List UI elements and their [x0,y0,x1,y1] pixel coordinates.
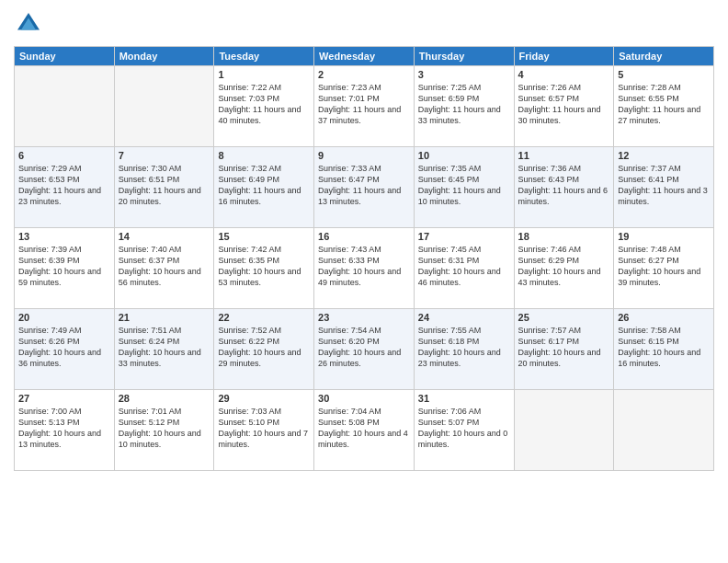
day-number: 3 [418,69,510,80]
weekday-header-monday: Monday [114,47,214,66]
calendar-cell: 31Sunrise: 7:06 AM Sunset: 5:07 PM Dayli… [414,390,514,471]
day-number: 4 [518,69,610,80]
day-number: 21 [119,312,210,323]
day-info: Sunrise: 7:28 AM Sunset: 6:55 PM Dayligh… [618,82,710,127]
header [14,9,714,39]
day-info: Sunrise: 7:58 AM Sunset: 6:15 PM Dayligh… [618,325,710,370]
week-row-3: 13Sunrise: 7:39 AM Sunset: 6:39 PM Dayli… [15,228,714,309]
day-info: Sunrise: 7:46 AM Sunset: 6:29 PM Dayligh… [518,244,610,289]
calendar-cell: 4Sunrise: 7:26 AM Sunset: 6:57 PM Daylig… [514,66,614,147]
calendar-cell: 28Sunrise: 7:01 AM Sunset: 5:12 PM Dayli… [114,390,214,471]
calendar-cell [614,390,714,471]
calendar-cell: 3Sunrise: 7:25 AM Sunset: 6:59 PM Daylig… [414,66,514,147]
weekday-header-friday: Friday [514,47,614,66]
calendar-cell: 2Sunrise: 7:23 AM Sunset: 7:01 PM Daylig… [314,66,415,147]
day-number: 17 [418,231,510,242]
calendar-cell: 1Sunrise: 7:22 AM Sunset: 7:03 PM Daylig… [214,66,314,147]
day-number: 10 [418,150,510,161]
day-number: 29 [218,393,310,404]
calendar-cell: 21Sunrise: 7:51 AM Sunset: 6:24 PM Dayli… [114,309,214,390]
weekday-header-thursday: Thursday [414,47,514,66]
day-info: Sunrise: 7:06 AM Sunset: 5:07 PM Dayligh… [418,406,510,451]
day-number: 13 [18,231,110,242]
day-number: 5 [618,69,710,80]
calendar-cell: 27Sunrise: 7:00 AM Sunset: 5:13 PM Dayli… [15,390,115,471]
calendar-cell: 15Sunrise: 7:42 AM Sunset: 6:35 PM Dayli… [214,228,314,309]
calendar: SundayMondayTuesdayWednesdayThursdayFrid… [14,46,714,471]
day-number: 9 [318,150,410,161]
weekday-header-wednesday: Wednesday [314,47,415,66]
calendar-cell: 14Sunrise: 7:40 AM Sunset: 6:37 PM Dayli… [114,228,214,309]
day-info: Sunrise: 7:57 AM Sunset: 6:17 PM Dayligh… [518,325,610,370]
day-number: 11 [518,150,610,161]
day-number: 16 [318,231,410,242]
calendar-cell: 25Sunrise: 7:57 AM Sunset: 6:17 PM Dayli… [514,309,614,390]
day-info: Sunrise: 7:03 AM Sunset: 5:10 PM Dayligh… [218,406,310,451]
calendar-cell [514,390,614,471]
calendar-cell: 20Sunrise: 7:49 AM Sunset: 6:26 PM Dayli… [15,309,115,390]
calendar-cell: 12Sunrise: 7:37 AM Sunset: 6:41 PM Dayli… [614,147,714,228]
day-number: 26 [618,312,710,323]
logo [14,9,47,39]
day-number: 25 [518,312,610,323]
calendar-cell: 17Sunrise: 7:45 AM Sunset: 6:31 PM Dayli… [414,228,514,309]
calendar-cell: 5Sunrise: 7:28 AM Sunset: 6:55 PM Daylig… [614,66,714,147]
calendar-cell: 29Sunrise: 7:03 AM Sunset: 5:10 PM Dayli… [214,390,314,471]
calendar-cell: 9Sunrise: 7:33 AM Sunset: 6:47 PM Daylig… [314,147,415,228]
day-number: 2 [318,69,410,80]
week-row-5: 27Sunrise: 7:00 AM Sunset: 5:13 PM Dayli… [15,390,714,471]
day-info: Sunrise: 7:48 AM Sunset: 6:27 PM Dayligh… [618,244,710,289]
calendar-cell: 18Sunrise: 7:46 AM Sunset: 6:29 PM Dayli… [514,228,614,309]
day-number: 12 [618,150,710,161]
day-info: Sunrise: 7:42 AM Sunset: 6:35 PM Dayligh… [218,244,310,289]
day-info: Sunrise: 7:01 AM Sunset: 5:12 PM Dayligh… [119,406,210,451]
day-info: Sunrise: 7:22 AM Sunset: 7:03 PM Dayligh… [218,82,310,127]
day-info: Sunrise: 7:52 AM Sunset: 6:22 PM Dayligh… [218,325,310,370]
day-number: 1 [218,69,310,80]
day-number: 6 [18,150,110,161]
day-number: 15 [218,231,310,242]
day-number: 7 [119,150,210,161]
day-number: 19 [618,231,710,242]
day-info: Sunrise: 7:32 AM Sunset: 6:49 PM Dayligh… [218,163,310,208]
week-row-2: 6Sunrise: 7:29 AM Sunset: 6:53 PM Daylig… [15,147,714,228]
day-info: Sunrise: 7:33 AM Sunset: 6:47 PM Dayligh… [318,163,410,208]
day-info: Sunrise: 7:40 AM Sunset: 6:37 PM Dayligh… [119,244,210,289]
day-info: Sunrise: 7:43 AM Sunset: 6:33 PM Dayligh… [318,244,410,289]
calendar-cell [15,66,115,147]
day-info: Sunrise: 7:26 AM Sunset: 6:57 PM Dayligh… [518,82,610,127]
calendar-cell: 10Sunrise: 7:35 AM Sunset: 6:45 PM Dayli… [414,147,514,228]
logo-icon [14,9,43,39]
week-row-4: 20Sunrise: 7:49 AM Sunset: 6:26 PM Dayli… [15,309,714,390]
day-number: 20 [18,312,110,323]
calendar-cell: 19Sunrise: 7:48 AM Sunset: 6:27 PM Dayli… [614,228,714,309]
day-number: 30 [318,393,410,404]
week-row-1: 1Sunrise: 7:22 AM Sunset: 7:03 PM Daylig… [15,66,714,147]
calendar-cell: 16Sunrise: 7:43 AM Sunset: 6:33 PM Dayli… [314,228,415,309]
calendar-cell: 6Sunrise: 7:29 AM Sunset: 6:53 PM Daylig… [15,147,115,228]
day-info: Sunrise: 7:29 AM Sunset: 6:53 PM Dayligh… [18,163,110,208]
day-number: 18 [518,231,610,242]
calendar-cell: 13Sunrise: 7:39 AM Sunset: 6:39 PM Dayli… [15,228,115,309]
day-number: 23 [318,312,410,323]
calendar-cell [114,66,214,147]
calendar-cell: 22Sunrise: 7:52 AM Sunset: 6:22 PM Dayli… [214,309,314,390]
day-info: Sunrise: 7:35 AM Sunset: 6:45 PM Dayligh… [418,163,510,208]
day-info: Sunrise: 7:37 AM Sunset: 6:41 PM Dayligh… [618,163,710,208]
weekday-header-sunday: Sunday [15,47,115,66]
day-info: Sunrise: 7:51 AM Sunset: 6:24 PM Dayligh… [119,325,210,370]
day-info: Sunrise: 7:39 AM Sunset: 6:39 PM Dayligh… [18,244,110,289]
day-number: 8 [218,150,310,161]
calendar-cell: 7Sunrise: 7:30 AM Sunset: 6:51 PM Daylig… [114,147,214,228]
page: SundayMondayTuesdayWednesdayThursdayFrid… [0,0,728,563]
day-info: Sunrise: 7:23 AM Sunset: 7:01 PM Dayligh… [318,82,410,127]
calendar-cell: 24Sunrise: 7:55 AM Sunset: 6:18 PM Dayli… [414,309,514,390]
day-info: Sunrise: 7:25 AM Sunset: 6:59 PM Dayligh… [418,82,510,127]
day-number: 27 [18,393,110,404]
calendar-cell: 23Sunrise: 7:54 AM Sunset: 6:20 PM Dayli… [314,309,415,390]
day-number: 14 [119,231,210,242]
day-number: 31 [418,393,510,404]
day-info: Sunrise: 7:55 AM Sunset: 6:18 PM Dayligh… [418,325,510,370]
day-info: Sunrise: 7:54 AM Sunset: 6:20 PM Dayligh… [318,325,410,370]
calendar-cell: 30Sunrise: 7:04 AM Sunset: 5:08 PM Dayli… [314,390,415,471]
